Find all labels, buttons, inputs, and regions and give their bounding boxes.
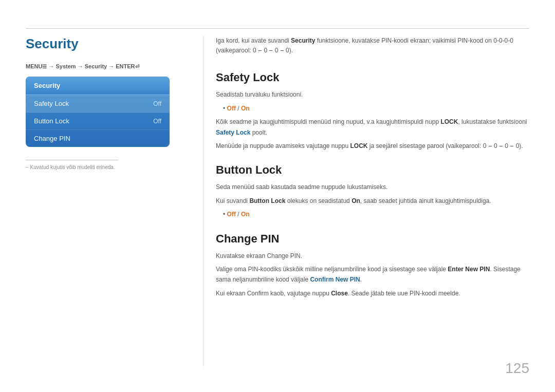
section-change-pin: Change PIN Kuvatakse ekraan Change PIN. … (216, 232, 529, 299)
safety-lock-desc1: Seadistab turvaluku funktsiooni. (216, 89, 529, 100)
footnote-divider (26, 160, 118, 164)
page-title: Security (26, 36, 185, 52)
safety-lock-desc3: Menüüde ja nuppude avamiseks vajutage nu… (216, 141, 529, 151)
section-button-lock: Button Lock Seda menüüd saab kasutada se… (216, 163, 529, 219)
button-lock-desc2: Kui suvandi Button Lock olekuks on seadi… (216, 196, 529, 206)
menu-item-safety-lock-value: Off (153, 100, 161, 107)
menu-item-button-lock-label: Button Lock (34, 117, 69, 125)
section-button-lock-title: Button Lock (216, 163, 529, 177)
intro-text: Iga kord, kui avate suvandi Security fun… (216, 36, 529, 55)
top-divider (26, 28, 529, 29)
change-pin-desc3: Kui ekraan Confirm kaob, vajutage nuppu … (216, 288, 529, 298)
vertical-divider (203, 36, 203, 366)
button-lock-bullet: Off / On (223, 209, 529, 219)
menu-item-change-pin[interactable]: Change PIN (26, 130, 170, 147)
section-change-pin-body: Kuvatakse ekraan Change PIN. Valige oma … (216, 251, 529, 299)
section-button-lock-body: Seda menüüd saab kasutada seadme nuppude… (216, 182, 529, 219)
right-column: Iga kord, kui avate suvandi Security fun… (216, 36, 529, 311)
menu-panel-title: Security (26, 77, 170, 95)
change-pin-desc2: Valige oma PIN-koodiks ükskõik milline n… (216, 264, 529, 285)
page-number: 125 (505, 360, 529, 377)
section-safety-lock-body: Seadistab turvaluku funktsiooni. Off / O… (216, 89, 529, 151)
footnote-text: − Kuvatud kujutis võib mudeliti erineda. (26, 164, 185, 170)
safety-lock-desc2: Kõik seadme ja kaugjuhtimispuldi menüüd … (216, 117, 529, 138)
section-safety-lock-title: Safety Lock (216, 71, 529, 84)
menu-item-change-pin-label: Change PIN (34, 135, 70, 142)
menu-item-button-lock[interactable]: Button Lock Off (26, 113, 170, 130)
section-safety-lock: Safety Lock Seadistab turvaluku funktsio… (216, 71, 529, 151)
security-menu-panel: Security Safety Lock Off Button Lock Off… (26, 77, 170, 147)
menu-item-safety-lock[interactable]: Safety Lock Off (26, 95, 170, 113)
breadcrumb: MENU☰ → System → Security → ENTER⏎ (26, 63, 185, 69)
safety-lock-bullet: Off / On (223, 103, 529, 114)
section-change-pin-title: Change PIN (216, 232, 529, 246)
button-lock-desc1: Seda menüüd saab kasutada seadme nuppude… (216, 182, 529, 192)
change-pin-desc1: Kuvatakse ekraan Change PIN. (216, 251, 529, 261)
menu-item-safety-lock-label: Safety Lock (34, 100, 69, 107)
menu-item-button-lock-value: Off (153, 118, 161, 125)
left-column: Security MENU☰ → System → Security → ENT… (26, 36, 185, 170)
